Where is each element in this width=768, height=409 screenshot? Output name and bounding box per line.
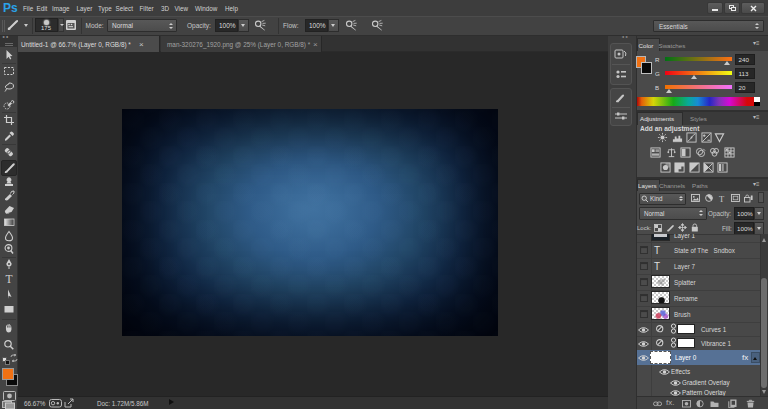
svg-text:T: T [719,194,725,203]
svg-text:T: T [5,273,12,285]
